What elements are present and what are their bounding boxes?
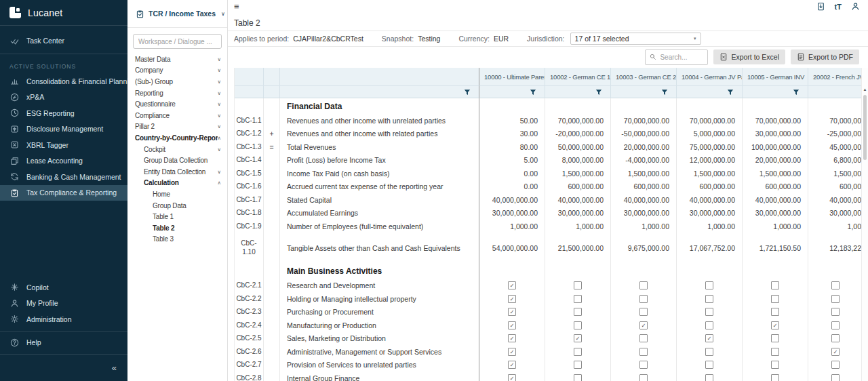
sidebar-item-administration[interactable]: Administration xyxy=(0,311,127,327)
checkbox[interactable]: ✓ xyxy=(508,308,516,316)
checkbox[interactable]: ✓ xyxy=(831,348,840,356)
tree-item-company[interactable]: Company∨ xyxy=(127,65,227,77)
checkbox[interactable] xyxy=(831,281,840,289)
checkbox[interactable] xyxy=(771,348,779,356)
tree-item-table-3[interactable]: Table 3 xyxy=(127,234,227,245)
checkbox[interactable] xyxy=(639,281,648,289)
filter-icon[interactable] xyxy=(530,89,536,96)
checkbox[interactable] xyxy=(771,308,779,316)
checkbox[interactable] xyxy=(574,295,582,303)
checkbox[interactable]: ✓ xyxy=(508,321,516,329)
filter-icon[interactable] xyxy=(661,89,668,96)
checkbox[interactable]: ✓ xyxy=(574,334,582,342)
checkbox[interactable] xyxy=(831,374,840,381)
tree-item-group-data[interactable]: Group Data xyxy=(127,200,227,212)
checkbox[interactable] xyxy=(574,361,582,369)
column-header-cell[interactable]: 10002 - German CE 1 xyxy=(545,68,611,86)
sidebar-item-disclosure-management[interactable]: Disclosure Management xyxy=(0,121,127,138)
filter-icon[interactable] xyxy=(727,89,734,96)
text-size-icon[interactable]: tT xyxy=(835,3,842,11)
checkbox[interactable] xyxy=(771,361,779,369)
checkbox[interactable] xyxy=(639,308,648,316)
sidebar-item-lease-accounting[interactable]: Lease Accounting xyxy=(0,153,127,169)
tree-item-table-2[interactable]: Table 2 xyxy=(127,222,227,234)
sidebar-item-banking-cash-management[interactable]: Banking & Cash Management xyxy=(0,169,127,185)
checkbox[interactable] xyxy=(705,295,713,303)
tree-item-master-data[interactable]: Master Data∨ xyxy=(127,54,227,65)
checkbox[interactable] xyxy=(639,348,648,356)
column-header-cell[interactable]: 10004 - German JV Par... xyxy=(677,68,743,86)
checkbox[interactable]: ✓ xyxy=(508,348,516,356)
sidebar-item-task-center[interactable]: Task Center xyxy=(0,33,127,49)
checkbox[interactable] xyxy=(705,374,713,381)
export-document-icon[interactable] xyxy=(816,2,825,11)
checkbox[interactable] xyxy=(639,374,648,381)
checkbox[interactable] xyxy=(831,361,840,369)
checkbox[interactable] xyxy=(705,361,713,369)
menu-icon[interactable]: ≡ xyxy=(234,1,239,12)
checkbox[interactable]: ✓ xyxy=(508,281,516,289)
tree-item-pillar-2[interactable]: Pillar 2∨ xyxy=(127,121,227,133)
sidebar-item-xbrl-tagger[interactable]: XBRL Tagger xyxy=(0,137,127,153)
sidebar-item-xp-a[interactable]: xP&A xyxy=(0,89,127,106)
tree-item-table-1[interactable]: Table 1 xyxy=(127,211,227,222)
checkbox[interactable] xyxy=(705,321,713,329)
checkbox[interactable] xyxy=(574,321,582,329)
filter-icon[interactable] xyxy=(793,89,800,96)
scroll-up-icon[interactable]: ▲ xyxy=(862,87,868,92)
sidebar-collapse-button[interactable]: « xyxy=(0,358,127,381)
tree-item-sub-group[interactable]: (Sub-) Group∨ xyxy=(127,76,227,87)
checkbox[interactable] xyxy=(574,374,582,381)
sidebar-item-tax-compliance-reporting[interactable]: Tax Compliance & Reporting xyxy=(0,185,127,201)
user-icon[interactable] xyxy=(851,2,860,11)
export-excel-button[interactable]: Export to Excel xyxy=(713,49,785,64)
filter-icon[interactable] xyxy=(464,89,471,96)
tree-item-country-by-country-reporting[interactable]: Country-by-Country-Reporting∧ xyxy=(127,132,227,144)
jurisdiction-select[interactable]: 17 of 17 selected ▾ xyxy=(570,33,701,45)
checkbox[interactable] xyxy=(705,308,713,316)
checkbox[interactable] xyxy=(574,281,582,289)
checkbox[interactable] xyxy=(574,348,582,356)
export-pdf-button[interactable]: Export to PDF xyxy=(791,49,859,64)
checkbox[interactable] xyxy=(771,334,779,342)
sidebar-item-consolidation-financial-planning[interactable]: Consolidation & Financial Planning xyxy=(0,73,127,89)
checkbox[interactable]: ✓ xyxy=(508,374,516,381)
checkbox[interactable] xyxy=(831,295,840,303)
checkbox[interactable] xyxy=(639,334,648,342)
checkbox[interactable] xyxy=(639,295,648,303)
table-search-input[interactable] xyxy=(660,54,703,61)
checkbox[interactable] xyxy=(574,308,582,316)
checkbox[interactable] xyxy=(639,361,648,369)
sidebar-item-my-profile[interactable]: My Profile xyxy=(0,296,127,312)
checkbox[interactable]: ✓ xyxy=(639,321,648,329)
column-header-cell[interactable]: 10000 - Ultimate Parent ... xyxy=(479,68,545,86)
filter-icon[interactable] xyxy=(595,89,602,96)
checkbox[interactable]: ✓ xyxy=(771,321,779,329)
table-search[interactable] xyxy=(645,49,708,65)
checkbox[interactable]: ✓ xyxy=(705,334,713,342)
checkbox[interactable] xyxy=(831,334,840,342)
workspace-switcher[interactable]: TCR / Income Taxes ∨ xyxy=(127,0,227,28)
column-header-cell[interactable]: 10005 - German INV xyxy=(743,68,808,86)
checkbox[interactable] xyxy=(771,281,779,289)
sidebar-item-copilot[interactable]: Copilot xyxy=(0,279,127,296)
tree-item-entity-data-collection[interactable]: Entity Data Collection∨ xyxy=(127,166,227,178)
tree-item-questionnaire[interactable]: Questionnaire∨ xyxy=(127,98,227,110)
column-header-cell[interactable]: 20002 - French JV CE xyxy=(808,68,862,86)
tree-item-reporting[interactable]: Reporting∨ xyxy=(127,87,227,99)
tree-item-home[interactable]: Home xyxy=(127,188,227,200)
checkbox[interactable] xyxy=(771,374,779,381)
checkbox[interactable] xyxy=(831,308,840,316)
checkbox[interactable] xyxy=(771,295,779,303)
scrollbar-thumb[interactable] xyxy=(863,95,867,160)
workspace-search-input[interactable] xyxy=(133,34,222,49)
tree-item-group-data-collection[interactable]: Group Data Collection xyxy=(127,155,227,166)
checkbox[interactable]: ✓ xyxy=(508,295,516,303)
checkbox[interactable] xyxy=(705,281,713,289)
tree-item-cockpit[interactable]: Cockpit∨ xyxy=(127,144,227,155)
tree-item-compliance[interactable]: Compliance∨ xyxy=(127,110,227,121)
checkbox[interactable]: ✓ xyxy=(508,334,516,342)
vertical-scrollbar[interactable]: ▲ xyxy=(861,68,868,381)
sidebar-item-esg-reporting[interactable]: ESG Reporting xyxy=(0,105,127,121)
checkbox[interactable]: ✓ xyxy=(508,361,516,369)
